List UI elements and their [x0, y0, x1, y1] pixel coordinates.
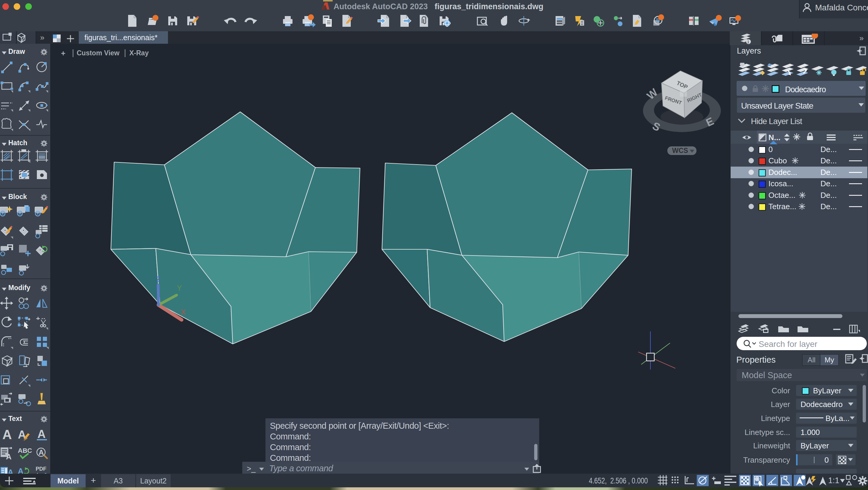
svg-text:Draw: Draw: [8, 48, 25, 55]
svg-text:Y: Y: [177, 284, 182, 292]
svg-text:A: A: [39, 448, 44, 456]
svg-text:A: A: [2, 427, 12, 442]
svg-text:Text: Text: [8, 415, 22, 423]
svg-text:Block: Block: [8, 193, 27, 201]
svg-text:ABC: ABC: [18, 447, 32, 454]
svg-text:PDF: PDF: [36, 466, 46, 472]
svg-text:A: A: [18, 428, 26, 441]
svg-text:WCS: WCS: [672, 147, 688, 154]
svg-text:A: A: [6, 452, 11, 461]
svg-text:A: A: [18, 466, 24, 473]
svg-text:X: X: [181, 308, 186, 316]
svg-text:1:1: 1:1: [828, 476, 839, 485]
svg-text:Δ: Δ: [43, 471, 49, 473]
svg-text:Modify: Modify: [8, 284, 30, 292]
svg-text:A: A: [8, 468, 13, 473]
svg-text:»: »: [40, 33, 44, 42]
svg-text:Hatch: Hatch: [8, 139, 27, 147]
svg-text:A: A: [37, 428, 45, 440]
